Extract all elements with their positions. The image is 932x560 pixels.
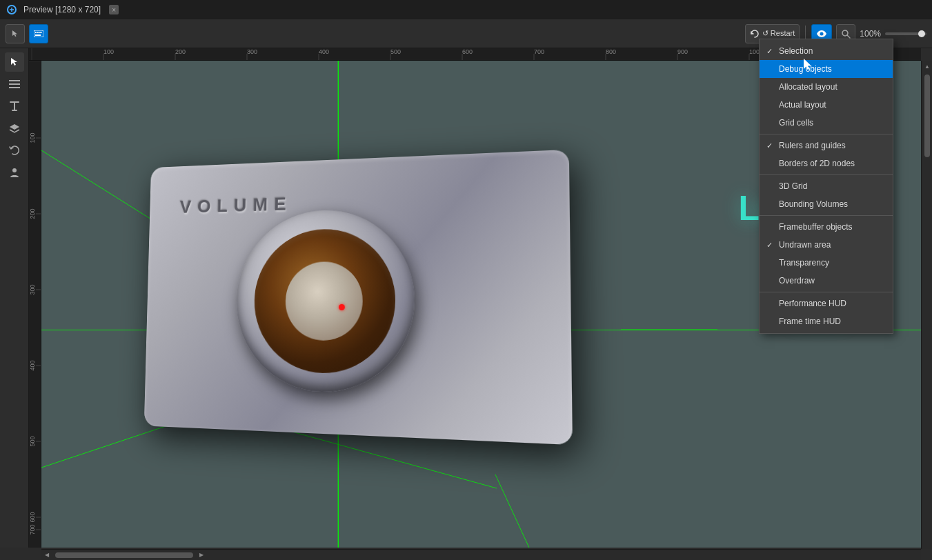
ruler-left: 100 200 300 400 500 600 700 [29, 61, 41, 548]
svg-text:400: 400 [29, 360, 36, 370]
menu-item-bounding-volumes[interactable]: Bounding Volumes [760, 195, 893, 213]
svg-text:600: 600 [29, 512, 36, 522]
svg-text:600: 600 [462, 48, 473, 55]
left-sidebar [0, 48, 29, 548]
zoom-slider[interactable] [885, 32, 926, 35]
menu-sep-2 [760, 174, 893, 175]
menu-item-frame-time-hud[interactable]: Frame time HUD [760, 312, 893, 330]
svg-rect-2 [35, 32, 37, 33]
title-text: Preview [1280 x 720] [23, 5, 101, 14]
check-selection: ✓ [766, 47, 773, 56]
svg-point-12 [12, 168, 17, 172]
svg-text:100: 100 [29, 132, 36, 143]
menu-item-actual-layout[interactable]: Actual layout [760, 96, 893, 114]
scroll-left-button[interactable]: ◀ [41, 550, 52, 561]
volume-plate-body: VOLUME [144, 150, 573, 445]
menu-item-performance-hud[interactable]: Performance HUD [760, 294, 893, 312]
zoom-value: 100% [860, 29, 881, 39]
svg-rect-1 [34, 30, 43, 37]
scrollbar-bottom[interactable]: ◀ ▶ [41, 549, 921, 560]
check-rulers: ✓ [766, 141, 773, 150]
scrollbar-right[interactable]: ▲ [921, 61, 932, 549]
svg-text:700: 700 [29, 524, 36, 534]
menu-sep-4 [760, 292, 893, 292]
menu-sep-1 [760, 134, 893, 134]
svg-text:500: 500 [390, 48, 401, 55]
svg-text:400: 400 [319, 48, 329, 55]
menu-item-framebuffer-objects[interactable]: Framebuffer objects [760, 218, 893, 236]
menu-item-selection[interactable]: ✓ Selection [760, 42, 893, 60]
scroll-up-button[interactable]: ▲ [922, 61, 932, 72]
volume-plate: VOLUME [131, 157, 579, 454]
sidebar-tool-pointer[interactable] [5, 52, 24, 72]
keyboard-tool-button[interactable] [29, 24, 48, 43]
svg-text:900: 900 [677, 48, 688, 55]
knob-brown [253, 228, 395, 374]
titlebar: Preview [1280 x 720] × [0, 0, 932, 19]
menu-item-overdraw[interactable]: Overdraw [760, 272, 893, 290]
menu-sep-3 [760, 215, 893, 216]
menu-item-transparency[interactable]: Transparency [760, 254, 893, 272]
zoom-slider-thumb[interactable] [918, 30, 925, 37]
svg-rect-6 [35, 34, 41, 36]
svg-text:700: 700 [534, 48, 544, 55]
svg-text:500: 500 [29, 436, 36, 446]
menu-item-grid-cells[interactable]: Grid cells [760, 114, 893, 132]
menu-item-borders-2d[interactable]: Borders of 2D nodes [760, 154, 893, 172]
svg-rect-3 [37, 32, 39, 33]
svg-rect-4 [39, 32, 41, 33]
menu-item-3d-grid[interactable]: 3D Grid [760, 177, 893, 195]
check-undrawn: ✓ [766, 241, 773, 250]
app-icon [6, 3, 18, 16]
scroll-thumb-vertical[interactable] [924, 74, 930, 157]
svg-text:200: 200 [175, 48, 186, 55]
menu-item-debug-objects[interactable]: Debug objects [760, 60, 893, 78]
knob-outer [235, 208, 415, 394]
scroll-thumb-horizontal[interactable] [55, 552, 193, 558]
sidebar-tool-menu[interactable] [5, 74, 24, 94]
svg-line-55 [495, 474, 542, 548]
svg-text:300: 300 [247, 48, 257, 55]
svg-point-7 [820, 32, 824, 35]
svg-rect-11 [9, 87, 20, 88]
knob-center [285, 261, 363, 341]
sidebar-tool-text[interactable] [5, 97, 24, 116]
sidebar-tool-layers[interactable] [5, 119, 24, 138]
menu-item-allocated-layout[interactable]: Allocated layout [760, 78, 893, 96]
close-button[interactable]: × [109, 5, 119, 14]
scroll-right-button[interactable]: ▶ [196, 550, 207, 561]
pointer-tool-button[interactable] [6, 24, 25, 43]
menu-item-rulers-guides[interactable]: ✓ Rulers and guides [760, 137, 893, 154]
restart-label: ↺ Restart [762, 29, 795, 38]
knob-indicator-dot [339, 304, 345, 310]
svg-rect-10 [9, 83, 20, 85]
zoom-display: 100% [860, 29, 881, 39]
svg-text:200: 200 [29, 208, 36, 219]
svg-text:300: 300 [29, 284, 36, 294]
sidebar-tool-user[interactable] [5, 163, 24, 182]
volume-label: VOLUME [179, 193, 293, 217]
menu-item-undrawn-area[interactable]: ✓ Undrawn area [760, 236, 893, 254]
sidebar-tool-undo[interactable] [5, 141, 24, 160]
svg-rect-9 [9, 80, 20, 81]
svg-text:800: 800 [606, 48, 616, 55]
svg-rect-5 [41, 32, 42, 33]
svg-text:100: 100 [103, 48, 114, 55]
dropdown-menu: ✓ Selection Debug objects Allocated layo… [759, 39, 893, 334]
